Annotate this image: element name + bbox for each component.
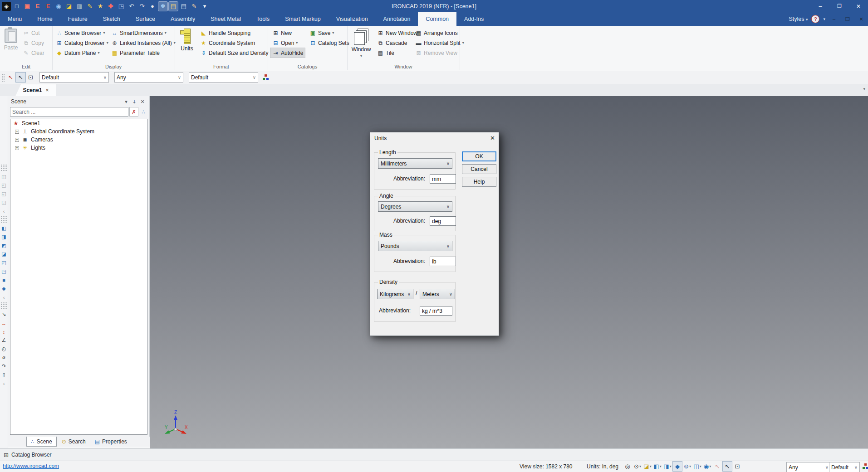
tab-overflow-icon[interactable]: ▾ (863, 87, 865, 91)
smartdimensions-button[interactable]: ↔SmartDimensions▾ (109, 28, 177, 38)
view-back-icon[interactable]: ◨ (0, 233, 8, 241)
camera-mode-icon[interactable]: ◨▾ (663, 462, 672, 471)
arrange-icons-button[interactable]: ▦Arrange Icons (413, 28, 466, 38)
filter-combo[interactable]: Any ∨ (114, 72, 183, 83)
cascade-button[interactable]: ⧉Cascade (375, 38, 419, 48)
dialog-close-icon[interactable]: ✕ (490, 135, 495, 141)
view-top-icon[interactable]: ◰ (0, 259, 8, 267)
tile-button[interactable]: ▤Tile (375, 48, 419, 58)
tree-item-scene1[interactable]: ★Scene1 (10, 119, 147, 127)
edit-doc-icon[interactable]: ✎ (85, 2, 94, 11)
select-cursor-icon[interactable]: ↖ (16, 73, 25, 82)
handle-snapping-button[interactable]: ◣Handle Snapping (198, 28, 270, 38)
horizontal-dimension-icon[interactable]: ↔ (0, 319, 8, 327)
pin-icon[interactable]: ↧ (130, 99, 138, 105)
diameter-measure-icon[interactable]: ⌀ (0, 354, 8, 361)
reposition-cursor-icon[interactable]: ↖ (6, 73, 15, 82)
mdi-close-button[interactable]: ✕ (856, 16, 866, 22)
measure-length-icon[interactable]: ↘ (0, 311, 8, 318)
status-config-combo[interactable]: Default ∨ (829, 462, 860, 472)
linked-instances-all-button[interactable]: ⊛Linked Instances (All)▾ (109, 38, 177, 48)
angle-unit-combo[interactable]: Degrees ∨ (378, 201, 452, 212)
qat-overflow-icon[interactable]: ▾ (200, 2, 209, 11)
status-filter-combo[interactable]: Any ∨ (786, 462, 831, 472)
shaded-render-icon[interactable]: ◆ (673, 462, 682, 471)
tab-smart-markup[interactable]: Smart Markup (277, 12, 329, 26)
coordinate-system-button[interactable]: ★Coordinate System (198, 38, 270, 48)
open-button[interactable]: ⊟Open▾ (270, 38, 305, 48)
new-window-button[interactable]: ⊞New Window (375, 28, 419, 38)
tab-add-ins[interactable]: Add-Ins (456, 12, 491, 26)
toolbar-drag-handle[interactable] (1, 73, 5, 82)
panel-close-icon[interactable]: ✕ (138, 99, 147, 105)
tree-item-lights[interactable]: +☀Lights (10, 144, 147, 152)
vertical-dimension-icon[interactable]: ↕ (0, 328, 8, 336)
zoom-icon[interactable]: ⊙▾ (633, 462, 642, 471)
open-folder-icon[interactable]: ◪ (64, 2, 74, 11)
panel-tab-search[interactable]: ⊙Search (58, 437, 90, 447)
export-alt-icon[interactable]: E (44, 2, 53, 11)
tab-common[interactable]: Common (418, 12, 456, 26)
view-iso2-icon[interactable]: ◆ (0, 285, 8, 292)
export-3d-icon[interactable]: ◳ (117, 2, 126, 11)
reposition-cursor-icon[interactable]: ↖ (713, 462, 722, 471)
brush-icon[interactable]: ✎ (190, 2, 199, 11)
tab-menu[interactable]: Menu (0, 12, 29, 26)
units-button[interactable]: Units (179, 29, 195, 52)
parameter-table-button[interactable]: ▦Parameter Table (109, 48, 177, 58)
scene-doc-icon[interactable]: ▣ (23, 2, 32, 11)
export-icon[interactable]: E (33, 2, 42, 11)
mdi-restore-button[interactable]: ❐ (843, 16, 853, 22)
select-cursor-icon[interactable]: ↖ (723, 462, 732, 471)
angle-measure-icon[interactable]: ∠ (0, 336, 8, 344)
zoom-window-icon[interactable]: ◎ (623, 462, 632, 471)
view-right-icon[interactable]: ◪ (0, 250, 8, 258)
tab-surface[interactable]: Surface (128, 12, 163, 26)
panel-tab-properties[interactable]: ▤Properties (91, 437, 131, 447)
tab-feature[interactable]: Feature (60, 12, 95, 26)
view-front-icon[interactable]: ◧ (0, 224, 8, 232)
tab-sketch[interactable]: Sketch (95, 12, 128, 26)
save-icon[interactable]: ▥ (75, 2, 84, 11)
document-tab-scene1[interactable]: Scene1 × (15, 84, 56, 96)
collapse-chevron-icon-3[interactable]: ‹ (0, 380, 8, 387)
close-button[interactable]: ✕ (849, 0, 868, 12)
window-button[interactable]: Window ▾ (351, 29, 372, 58)
mass-unit-combo[interactable]: Pounds ∨ (378, 241, 452, 251)
assembly-structure-icon[interactable] (863, 463, 868, 470)
horizontal-split-button[interactable]: ▬Horizontal Split▾ (413, 38, 466, 48)
search-clear-icon[interactable]: ✗ (129, 107, 138, 117)
curvature-measure-icon[interactable]: ↷ (0, 362, 8, 370)
expand-icon[interactable]: + (15, 138, 19, 142)
styles-dropdown[interactable]: Styles ▾ (789, 16, 808, 22)
expand-icon[interactable]: + (15, 130, 19, 134)
add-camera-view-icon[interactable]: ◫ (0, 173, 8, 180)
mass-abbr-input[interactable] (430, 257, 456, 266)
saved-view-icon-2[interactable]: ◱ (0, 190, 8, 198)
scene-browser-button[interactable]: ∴Scene Browser▾ (54, 28, 110, 38)
undo-icon[interactable]: ↶ (127, 2, 136, 11)
default-size-and-density-button[interactable]: ⇕Default Size and Density (198, 48, 270, 58)
angle-abbr-input[interactable] (430, 216, 456, 226)
density-volume-combo[interactable]: Meters ∨ (420, 289, 455, 299)
density-abbr-input[interactable] (420, 306, 452, 316)
tab-home[interactable]: Home (29, 12, 60, 26)
tab-sheet-metal[interactable]: Sheet Metal (203, 12, 249, 26)
tree-item-global-coordinate-system[interactable]: +⊥Global Coordinate System (10, 127, 147, 136)
tab-annotation[interactable]: Annotation (376, 12, 418, 26)
view-left-icon[interactable]: ◩ (0, 242, 8, 249)
document-tab-close-icon[interactable]: × (46, 87, 49, 93)
cancel-button[interactable]: Cancel (462, 164, 496, 174)
scene-viewport[interactable]: Z Y X (150, 96, 868, 448)
redo-icon[interactable]: ↷ (137, 2, 147, 11)
left-toolbar-drag-handle[interactable] (0, 164, 8, 172)
sphere-icon[interactable]: ● (148, 2, 157, 11)
new-button[interactable]: ⊞New (270, 28, 305, 38)
catalog-sets-button[interactable]: ⊡Catalog Sets (308, 38, 351, 48)
restore-button[interactable]: ❐ (830, 0, 849, 12)
view-iso-icon[interactable]: ■ (0, 276, 8, 284)
tree-item-cameras[interactable]: +◙Cameras (10, 136, 147, 144)
catalog-browser-button[interactable]: ⊞Catalog Browser▾ (54, 38, 110, 48)
panel-menu-chevron-icon[interactable]: ▾ (122, 99, 130, 105)
new-scene-icon[interactable]: □ (12, 2, 21, 11)
